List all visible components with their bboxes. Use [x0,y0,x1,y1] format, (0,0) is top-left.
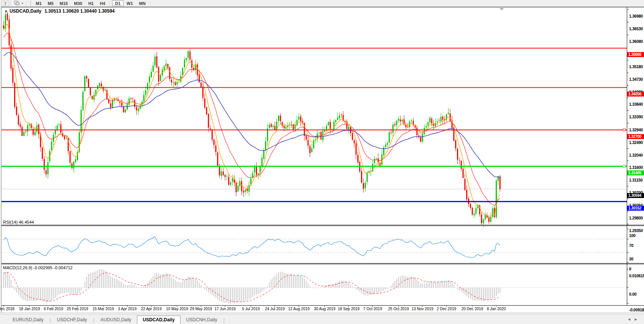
chart-window[interactable]: ▼USDCAD,Daily1.30513 1.30620 1.30440 1.3… [0,7,644,324]
price-tick: 1.33840 [629,102,643,106]
tab-eurusd[interactable]: EURUSD,Daily [7,316,49,324]
price-tick: 1.36530 [629,26,643,31]
date-label: 6 Feb 2019 [44,307,63,311]
toolbar-grip [30,1,31,6]
tab-usdcad[interactable]: USDCAD,Daily [137,316,180,324]
toolbar-separator [110,1,111,6]
price-tick: 1.36980 [629,14,643,18]
price-badge: 1.31405 [627,170,644,175]
macd-tick: 0.00 [629,292,636,296]
timeframe-button-d1[interactable]: D1 [112,0,124,6]
price-tick: 1.31600 [629,165,643,170]
date-label: 29 May 2019 [190,307,212,311]
price-badge: 1.34206 [627,92,644,97]
toolbar-separator [150,1,151,6]
timeframe-button-h1[interactable]: H1 [85,0,97,6]
date-label: 31 Dec 2018 [0,307,15,311]
price-tick: 1.34730 [629,77,643,82]
date-label: 8 Jan 2020 [487,307,506,311]
chart-title: ▼USDCAD,Daily1.30513 1.30620 1.30440 1.3… [5,8,115,14]
date-label: 18 Sep 2019 [338,307,359,311]
price-tick: 1.32490 [629,140,643,145]
date-label: 18 Jan 2019 [19,307,40,311]
timeframe-button-m30[interactable]: M30 [71,0,85,6]
timeframe-button-m5[interactable]: M5 [45,0,57,6]
timeframe-button-h4[interactable]: H4 [97,0,108,6]
price-tick: 1.31150 [629,178,642,182]
date-label: 2 Dec 2019 [437,307,456,311]
price-tick: 1.36080 [629,39,643,44]
toolbar-separator [26,1,27,6]
price-tick: 1.35180 [629,64,643,69]
date-label: 17 Jun 2019 [215,307,236,311]
timeframe-button-mn[interactable]: MN [136,0,149,6]
price-tick: 1.33390 [629,115,643,119]
date-label: 22 Apr 2019 [141,307,162,311]
date-label: 30 Aug 2019 [314,307,335,311]
timeframe-button-w1[interactable]: W1 [124,0,136,6]
chart-tab-bar: EURUSD,Daily|USDCHF,Daily|AUDUSD,DailyUS… [0,314,644,324]
tab-usdcnh[interactable]: USDCNH,Daily [181,316,223,324]
chart-canvas[interactable] [0,7,644,324]
price-badge: 1.30594 [627,193,644,198]
price-badge: 1.32700 [627,134,644,139]
tab-audusd[interactable]: AUDUSD,Daily [95,316,137,324]
rsi-tick: 70 [629,243,633,248]
date-label: 20 Dec 2019 [462,307,483,311]
tab-scroll-right-button[interactable]: ► [634,317,641,321]
timeframe-bar: M1M5M15M30H1H4D1W1MN [33,0,153,6]
chart-ohlc-values: 1.30513 1.30620 1.30440 1.30594 [44,8,115,14]
chart-symbol-period: USDCAD,Daily [10,8,41,14]
date-label: 25 Feb 2019 [67,307,88,311]
macd-label: MACD(12,26,9) -0.002995 -0.004712 [3,265,73,270]
toolbar: T ▾ M1M5M15M30H1H4D1W1MN [0,0,644,7]
date-label: 12 Aug 2019 [288,307,309,311]
text-tool-button[interactable]: T [2,1,9,6]
chart-tabs: EURUSD,Daily|USDCHF,Daily|AUDUSD,DailyUS… [7,315,225,324]
timeframe-button-m15[interactable]: M15 [57,0,71,6]
tab-scroll-left-button[interactable]: ◄ [627,317,634,321]
price-tick: 1.32040 [629,153,643,157]
price-badge: 1.35606 [627,52,644,57]
tab-usdchf[interactable]: USDCHF,Daily [51,316,93,324]
date-label: 24 Jul 2019 [265,307,285,311]
rsi-label: RSI(14) 46.4544 [3,220,34,224]
macd-tick: 0.010615 [629,273,644,278]
tab-separator: | [223,316,225,324]
trading-terminal: T ▾ M1M5M15M30H1H4D1W1MN ▼USDCAD,Daily1.… [0,0,644,324]
date-label: 7 Oct 2019 [363,307,382,311]
date-label: 25 Oct 2019 [388,307,409,311]
tile-windows-icon [14,1,20,5]
date-label: 15 Mar 2019 [93,307,114,311]
rsi-tick: 0 [629,267,631,271]
price-tick: 1.29800 [629,216,643,220]
chart-dropdown-icon[interactable]: ▼ [5,10,8,13]
timeframe-button-m1[interactable]: M1 [33,0,45,6]
price-tick: 1.29350 [629,228,643,233]
arrange-windows-button[interactable] [13,0,21,6]
price-tick: 1.32940 [629,128,643,132]
tab-scroll-arrows: ◄► [627,317,641,321]
date-label: 13 Nov 2019 [411,307,433,311]
rsi-tick: 30 [629,257,633,261]
rsi-tick: 100 [629,233,636,238]
toolbar-separator [11,1,11,6]
macd-tick: -0.009181 [629,308,644,312]
date-label: 5 Jul 2019 [242,307,260,311]
date-label: 10 May 2019 [166,307,188,311]
price-badge: 1.30152 [627,206,644,211]
date-label: 3 Apr 2019 [118,307,137,311]
arrange-dropdown-caret[interactable]: ▾ [21,1,24,6]
